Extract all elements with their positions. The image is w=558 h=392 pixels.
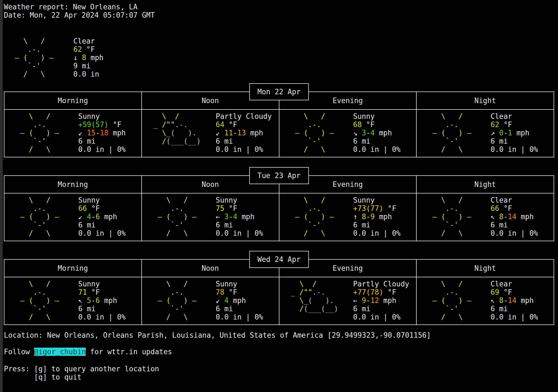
- visibility-value: 6 mi: [490, 305, 538, 313]
- sun-ascii-art: \ / .-. ― ( ) ― `-' / \: [12, 112, 68, 154]
- visibility-value: 6 mi: [216, 221, 263, 229]
- art-sun-layer: \ / .-. ― ( ) ― `-' / \: [12, 112, 68, 154]
- art-sun-layer: \ / .-. ― ( ) ― `-' / \: [287, 112, 343, 154]
- wind-value: ↙ 4-6 mph: [78, 213, 126, 221]
- condition-label: Clear: [73, 37, 104, 45]
- text-segment: Sunny: [78, 112, 100, 120]
- forecast-cell-tue-night: \ / .-. ― ( ) ― `-' / \ Clear66 °F↖ 8-14…: [417, 194, 554, 241]
- text-segment: 6 mi: [353, 221, 371, 229]
- text-segment: ↙: [78, 213, 87, 221]
- sun-ascii-art: \ / .-. ― ( ) ― `-' / \: [424, 196, 480, 238]
- sun-ascii-art: \ / .-. ― ( ) ― `-' / \: [287, 196, 343, 238]
- text-segment: 0.0 in | 0%: [78, 229, 126, 237]
- forecast-content-row: \ / .-. ― ( ) ― `-' / \ Sunny+59(57) °F↙…: [4, 110, 554, 157]
- column-header-label: Evening: [333, 264, 363, 272]
- visibility-value: 6 mi: [216, 137, 272, 145]
- text-segment: ↘: [353, 129, 362, 137]
- text-segment: ↙: [78, 129, 87, 137]
- text-segment: 0.0 in | 0%: [78, 313, 126, 321]
- text-segment: 13: [237, 129, 246, 137]
- wind-value: ↘ 3-4 mph: [353, 129, 401, 137]
- text-segment: 75: [216, 204, 224, 213]
- visibility-value: 9 mi: [73, 62, 104, 70]
- visibility-value: 6 mi: [353, 137, 401, 145]
- temperature-value: 64 °F: [216, 120, 272, 129]
- text-segment: 6 mi: [490, 221, 508, 229]
- condition-label: Sunny: [78, 196, 126, 204]
- text-segment: 71: [78, 288, 87, 296]
- sun-ascii-art: \ / .-. ― ( ) ― `-' / \: [12, 280, 68, 322]
- text-segment: 62: [73, 45, 82, 53]
- weather-info: Clear66 °F↖ 8-14 mph6 mi0.0 in | 0%: [490, 196, 538, 238]
- temperature-value: 78 °F: [216, 288, 263, 296]
- text-segment: Clear: [490, 112, 512, 120]
- text-segment: -: [229, 213, 233, 221]
- text-segment: 6 mi: [216, 137, 233, 145]
- wind-value: ↓ 8 mph: [73, 53, 104, 62]
- forecast-cell-mon-evening: \ / .-. ― ( ) ― `-' / \ Sunny68 °F↘ 3-4 …: [279, 110, 417, 157]
- text-segment: mph: [379, 296, 396, 305]
- text-segment: 15: [87, 129, 95, 137]
- wind-value: ← 9-12 mph: [353, 296, 409, 305]
- wind-value: ↙ 15-18 mph: [78, 129, 126, 137]
- precipitation-value: 0.0 in | 0%: [216, 313, 263, 321]
- sun-ascii-art: \ / .-. ― ( ) ― `-' / \: [287, 112, 343, 154]
- precipitation-value: 0.0 in | 0%: [353, 229, 401, 237]
- forecast-cell-wed-noon: \ / .-. ― ( ) ― `-' / \ Sunny78 °F↙ 4 mp…: [142, 277, 279, 324]
- forecast-cell-mon-noon: \ / _ /"" \_ / .-. ( ). (___(__)Partly C…: [142, 110, 279, 157]
- text-segment: Sunny: [216, 280, 237, 288]
- forecast-cell-tue-noon: \ / .-. ― ( ) ― `-' / \ Sunny75 °F← 3-4 …: [142, 194, 279, 241]
- text-segment: 64: [216, 120, 224, 129]
- text-segment: -: [366, 213, 370, 221]
- text-segment: 8: [499, 213, 504, 221]
- twitter-handle-link[interactable]: @igor_chubin: [34, 348, 86, 356]
- text-segment: +59(57): [78, 120, 109, 129]
- text-segment: 0.0 in | 0%: [490, 229, 538, 237]
- text-segment: 66: [490, 204, 499, 213]
- text-segment: ↑: [353, 213, 362, 221]
- text-segment: 5: [87, 296, 91, 305]
- text-segment: -: [96, 129, 100, 137]
- text-segment: 62: [490, 120, 499, 129]
- text-segment: 8: [362, 213, 366, 221]
- text-segment: ←: [353, 296, 362, 305]
- temperature-value: 75 °F: [216, 204, 263, 213]
- text-segment: ↖: [78, 296, 87, 305]
- follow-prefix: Follow: [4, 348, 34, 356]
- precipitation-value: 0.0 in | 0%: [490, 313, 538, 321]
- text-segment: °F: [499, 120, 512, 129]
- condition-label: Partly Cloudy: [216, 112, 272, 120]
- weather-info: Sunny+59(57) °F↙ 15-18 mph6 mi0.0 in | 0…: [78, 112, 126, 154]
- text-segment: 8: [82, 53, 86, 62]
- weather-info: Sunny68 °F↘ 3-4 mph6 mi0.0 in | 0%: [353, 112, 401, 154]
- column-header-night: Night: [417, 260, 554, 277]
- sun-ascii-art: \ / .-. ― ( ) ― `-' / \: [424, 280, 480, 322]
- text-segment: ↗: [490, 129, 499, 137]
- follow-line: Follow @igor_chubin for wttr.in updates: [4, 348, 554, 356]
- column-header-label: Night: [474, 180, 496, 189]
- column-header-label: Night: [474, 264, 496, 272]
- text-segment: 0.0 in | 0%: [353, 229, 401, 237]
- forecast-table-wed-24-apr: Wed 24 AprMorningNoonEveningNight \ / .-…: [4, 259, 554, 325]
- keyhint-quit: [q] to quit: [4, 373, 554, 381]
- location-line: Location: New Orleans, Orleans Parish, L…: [4, 331, 554, 339]
- precipitation-value: 0.0 in | 0%: [490, 145, 538, 154]
- precipitation-value: 0.0 in | 0%: [353, 313, 409, 321]
- text-segment: 9: [362, 296, 366, 305]
- visibility-value: 6 mi: [490, 221, 538, 229]
- text-segment: mph: [109, 129, 126, 137]
- text-segment: -: [366, 296, 370, 305]
- wind-value: ↑ 8-9 mph: [353, 213, 401, 221]
- date-label: Wed 24 Apr: [257, 255, 301, 264]
- text-segment: -: [233, 129, 237, 137]
- date-box-mon-22-apr: Mon 22 Apr: [249, 83, 309, 100]
- text-segment: ↖: [490, 296, 499, 305]
- text-segment: 0: [499, 129, 504, 137]
- text-segment: mph: [86, 53, 104, 62]
- column-header-label: Noon: [202, 264, 219, 272]
- terminal-content: Weather report: New Orleans, LA Date: Mo…: [4, 3, 554, 381]
- column-header-label: Morning: [58, 264, 88, 272]
- text-segment: 0.0 in | 0%: [216, 313, 263, 321]
- condition-label: Sunny: [353, 112, 401, 120]
- column-header-label: Noon: [202, 180, 219, 189]
